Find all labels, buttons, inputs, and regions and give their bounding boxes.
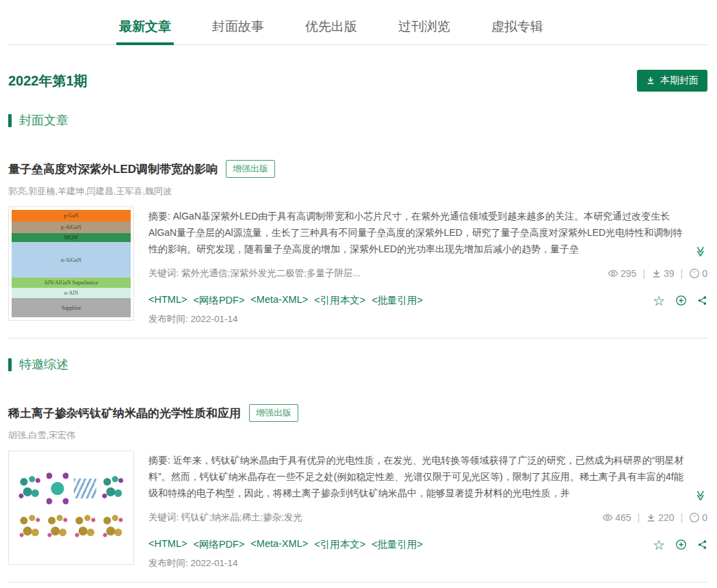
- tab-cover-stories[interactable]: 封面故事: [209, 18, 267, 44]
- article-keywords: 关键词: 钙钛矿;纳米晶;稀土;掺杂;发光: [148, 511, 588, 524]
- link-meta-xml[interactable]: <Meta-XML>: [250, 294, 308, 307]
- publish-date-value: 2022-01-14: [191, 314, 238, 324]
- crystal-cluster: [102, 472, 125, 505]
- link-batch-cite[interactable]: <批量引用>: [371, 294, 423, 307]
- section-label: 特邀综述: [19, 356, 68, 373]
- download-count-icon: [651, 269, 662, 279]
- quote-icon: ”: [689, 268, 700, 279]
- svg-text:”: ”: [694, 270, 696, 277]
- article-abstract: 摘要: 近年来，钙钛矿纳米晶由于具有优异的光电性质，在发光、光电转换等领域获得了…: [148, 452, 707, 501]
- crystal-cluster: [47, 511, 69, 544]
- link-online-pdf[interactable]: <网络PDF>: [193, 538, 244, 551]
- article-abstract: 摘要: AlGaN基深紫外LED由于具有高调制带宽和小芯片尺寸，在紫外光通信领域…: [148, 208, 707, 257]
- crystal-cluster: [18, 472, 41, 505]
- add-collection-icon[interactable]: [675, 539, 687, 550]
- crystal-cluster: [47, 472, 69, 505]
- expand-abstract-icon[interactable]: ≫: [696, 490, 705, 501]
- abstract-prefix: 摘要:: [148, 455, 173, 466]
- article-stats: 465 | 220 | ” 0: [602, 512, 707, 523]
- link-html[interactable]: <HTML>: [148, 538, 187, 551]
- article-stats: 295 | 39 | ” 0: [608, 268, 707, 279]
- tab-latest-articles[interactable]: 最新文章: [116, 18, 174, 44]
- expand-abstract-icon[interactable]: ≫: [696, 246, 705, 257]
- stat-separator: |: [681, 512, 683, 523]
- views-stat: 465: [602, 512, 631, 523]
- layer-mqw: MQW: [12, 233, 131, 242]
- article-thumbnail[interactable]: p-GaN p-AlGaN MQW n-AlGaN AlN/AlGaN Supe…: [8, 206, 134, 321]
- issue-cover-download-button[interactable]: 本期封面: [637, 70, 707, 92]
- share-icon[interactable]: [697, 295, 707, 306]
- enhanced-publication-badge: 增强出版: [249, 404, 298, 422]
- article-title[interactable]: 稀土离子掺杂钙钛矿纳米晶的光学性质和应用: [8, 405, 241, 421]
- citations-stat: ” 0: [689, 512, 707, 523]
- stat-separator: |: [681, 268, 683, 279]
- article-actions: ☆: [653, 295, 707, 307]
- divider: [8, 582, 707, 583]
- section-label: 封面文章: [19, 112, 68, 129]
- downloads-stat: 220: [646, 512, 674, 523]
- link-online-pdf[interactable]: <网络PDF>: [193, 294, 244, 307]
- add-collection-icon[interactable]: [675, 295, 687, 306]
- article-authors[interactable]: 胡强,白雪,宋宏伟: [8, 429, 707, 442]
- quote-icon: ”: [689, 512, 700, 523]
- tab-archive-browse[interactable]: 过刊浏览: [395, 18, 453, 44]
- layer-n-algan: n-AlGaN: [12, 242, 131, 278]
- keywords-prefix: 关键词:: [148, 268, 181, 278]
- keywords-prefix: 关键词:: [148, 512, 181, 522]
- link-meta-xml[interactable]: <Meta-XML>: [250, 538, 308, 551]
- article-card: 稀土离子掺杂钙钛矿纳米晶的光学性质和应用 增强出版 胡强,白雪,宋宏伟 摘要: …: [8, 404, 707, 570]
- crystal-cluster: [74, 472, 96, 505]
- favorite-star-icon[interactable]: ☆: [653, 295, 665, 307]
- stat-separator: |: [642, 268, 645, 279]
- downloads-stat: 39: [651, 268, 675, 279]
- section-header-cover-articles: 封面文章: [8, 112, 707, 129]
- tab-bar: 最新文章 封面故事 优先出版 过刊浏览 虚拟专辑: [8, 0, 707, 45]
- link-html[interactable]: <HTML>: [148, 294, 187, 307]
- article-actions: ☆: [653, 539, 707, 551]
- download-count-icon: [646, 513, 656, 523]
- article-title[interactable]: 量子垒高度对深紫外LED调制带宽的影响: [8, 161, 218, 177]
- article-card: 量子垒高度对深紫外LED调制带宽的影响 增强出版 郭亮,郭亚楠,羊建坤,闫建昌,…: [8, 160, 707, 325]
- layer-superlattice: AlN/AlGaN Superlattice: [12, 278, 131, 288]
- article-keywords: 关键词: 紫外光通信;深紫外发光二极管;多量子阱层...: [148, 267, 594, 280]
- crystal-cluster: [74, 511, 96, 544]
- stat-separator: |: [638, 512, 640, 523]
- issue-cover-button-label: 本期封面: [660, 75, 699, 87]
- enhanced-publication-badge: 增强出版: [226, 160, 275, 178]
- crystal-cluster: [18, 511, 41, 544]
- section-bar: [8, 114, 12, 127]
- download-icon: [646, 76, 655, 85]
- views-stat: 295: [608, 268, 636, 279]
- tab-virtual-special-issues[interactable]: 虚拟专辑: [488, 18, 546, 44]
- favorite-star-icon[interactable]: ☆: [653, 539, 665, 551]
- led-layer-diagram: p-GaN p-AlGaN MQW n-AlGaN AlN/AlGaN Supe…: [12, 210, 131, 317]
- svg-text:”: ”: [694, 514, 696, 521]
- article-links: <HTML> <网络PDF> <Meta-XML> <引用本文> <批量引用>: [148, 294, 423, 307]
- publish-date-prefix: 发布时间:: [148, 558, 191, 568]
- article-links: <HTML> <网络PDF> <Meta-XML> <引用本文> <批量引用>: [148, 538, 423, 551]
- tab-advance-publication[interactable]: 优先出版: [302, 18, 360, 44]
- layer-p-gan: p-GaN: [12, 210, 131, 222]
- layer-u-aln: u-AlN: [12, 288, 131, 298]
- publish-date-prefix: 发布时间:: [148, 314, 191, 324]
- issue-header: 2022年第1期 本期封面: [8, 70, 707, 92]
- section-bar: [8, 358, 12, 371]
- divider: [8, 338, 707, 338]
- eye-icon: [608, 268, 618, 279]
- eye-icon: [602, 512, 613, 523]
- abstract-text: 近年来，钙钛矿纳米晶由于具有优异的光电性质，在发光、光电转换等领域获得了广泛的研…: [148, 455, 683, 498]
- article-thumbnail[interactable]: [8, 451, 134, 565]
- link-batch-cite[interactable]: <批量引用>: [371, 538, 423, 551]
- layer-sapphire: Sapphire: [12, 298, 131, 317]
- crystal-structures-figure: [12, 454, 131, 561]
- issue-title: 2022年第1期: [8, 72, 88, 90]
- keywords-text: 紫外光通信;深紫外发光二极管;多量子阱层...: [181, 268, 361, 278]
- citations-stat: ” 0: [689, 268, 707, 279]
- link-cite-article[interactable]: <引用本文>: [314, 538, 365, 551]
- link-cite-article[interactable]: <引用本文>: [314, 294, 365, 307]
- share-icon[interactable]: [697, 539, 707, 550]
- crystal-cluster: [102, 511, 125, 544]
- abstract-text: AlGaN基深紫外LED由于具有高调制带宽和小芯片尺寸，在紫外光通信领域受到越来…: [148, 211, 682, 254]
- article-authors[interactable]: 郭亮,郭亚楠,羊建坤,闫建昌,王军喜,魏同波: [8, 185, 707, 198]
- publish-date: 发布时间: 2022-01-14: [148, 557, 707, 570]
